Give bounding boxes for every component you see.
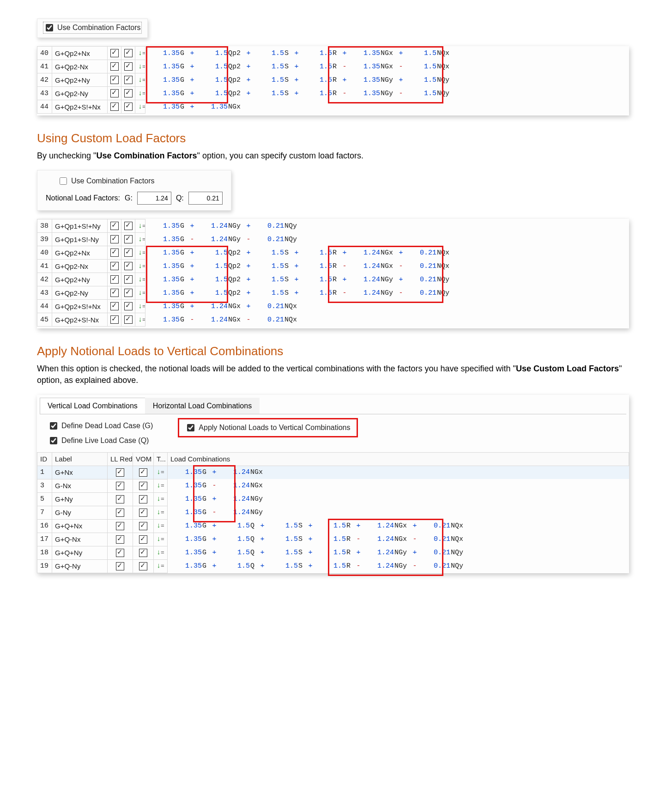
checkbox-input[interactable] [46, 24, 53, 31]
cell-checkbox[interactable] [108, 466, 133, 479]
table-row[interactable]: 39G+Qp1+S!-Ny↓=1.35G-1.24NGy-0.21NQy [37, 233, 629, 246]
cell-type-icon[interactable]: ↓= [135, 219, 145, 233]
cell-expression[interactable]: 1.35G+1.5Qp2+1.5S+1.5R-1.35NGx-1.5NQx [145, 60, 629, 73]
cell-type-icon[interactable]: ↓= [154, 546, 168, 559]
cell-expression[interactable]: 1.35G+1.5Q+1.5S+1.5R-1.24NGy-0.21NQy [168, 559, 629, 573]
cell-expression[interactable]: 1.35G+1.35NGx [145, 100, 629, 114]
cell-expression[interactable]: 1.35G+1.5Q+1.5S+1.5R+1.24NGx+0.21NQx [168, 519, 629, 533]
table-row[interactable]: 43G+Qp2-Ny↓=1.35G+1.5Qp2+1.5S+1.5R-1.24N… [37, 286, 629, 300]
cell-type-icon[interactable]: ↓= [135, 246, 145, 260]
cell-checkbox[interactable] [108, 479, 133, 492]
checkbox-input[interactable] [50, 422, 57, 430]
table-row[interactable]: 44G+Qp2+S!+Nx↓=1.35G+1.24NGx+0.21NQx [37, 300, 629, 313]
cell-checkbox[interactable] [133, 546, 154, 559]
cell-checkbox[interactable] [133, 506, 154, 519]
checkbox-define-dead[interactable]: Define Dead Load Case (G) [48, 421, 153, 431]
table-row[interactable]: 42G+Qp2+Ny↓=1.35G+1.5Qp2+1.5S+1.5R+1.24N… [37, 273, 629, 286]
cell-checkbox[interactable] [108, 313, 121, 327]
cell-type-icon[interactable]: ↓= [135, 286, 145, 300]
cell-checkbox[interactable] [108, 546, 133, 559]
hdr-lc[interactable]: Load Combinations [168, 452, 629, 466]
cell-checkbox[interactable] [121, 300, 135, 313]
checkbox-input[interactable] [60, 177, 67, 185]
cell-expression[interactable]: 1.35G+1.5Qp2+1.5S+1.5R-1.35NGy-1.5NQy [145, 87, 629, 100]
cell-checkbox[interactable] [108, 273, 121, 286]
cell-checkbox[interactable] [133, 479, 154, 492]
cell-checkbox[interactable] [108, 47, 121, 60]
cell-checkbox[interactable] [133, 533, 154, 546]
cell-expression[interactable]: 1.35G+1.24NGx+0.21NQx [145, 300, 629, 313]
table-row[interactable]: 17G+Q-Nx↓=1.35G+1.5Q+1.5S+1.5R-1.24NGx-0… [37, 533, 629, 546]
table-row[interactable]: 45G+Qp2+S!-Nx↓=1.35G-1.24NGx-0.21NQx [37, 313, 629, 327]
cell-expression[interactable]: 1.35G+1.5Q+1.5S+1.5R-1.24NGx-0.21NQx [168, 533, 629, 546]
cell-checkbox[interactable] [108, 506, 133, 519]
cell-checkbox[interactable] [121, 260, 135, 273]
cell-expression[interactable]: 1.35G-1.24NGx-0.21NQx [145, 313, 629, 327]
cell-checkbox[interactable] [108, 559, 133, 573]
cell-expression[interactable]: 1.35G+1.24NGx [168, 466, 629, 479]
g-input[interactable] [137, 192, 171, 205]
cell-expression[interactable]: 1.35G+1.5Qp2+1.5S+1.5R+1.35NGx+1.5NQx [145, 47, 629, 60]
table-row[interactable]: 3G-Nx↓=1.35G-1.24NGx [37, 479, 629, 492]
cell-checkbox[interactable] [121, 60, 135, 73]
cell-checkbox[interactable] [121, 100, 135, 114]
cell-checkbox[interactable] [133, 519, 154, 533]
hdr-t[interactable]: T... [154, 452, 168, 466]
cell-checkbox[interactable] [121, 73, 135, 87]
checkbox-input[interactable] [187, 424, 194, 431]
cell-type-icon[interactable]: ↓= [135, 260, 145, 273]
cell-checkbox[interactable] [108, 246, 121, 260]
cell-expression[interactable]: 1.35G+1.5Qp2+1.5S+1.5R-1.24NGy-0.21NQy [145, 286, 629, 300]
table-row[interactable]: 16G+Q+Nx↓=1.35G+1.5Q+1.5S+1.5R+1.24NGx+0… [37, 519, 629, 533]
cell-expression[interactable]: 1.35G-1.24NGx [168, 479, 629, 492]
cell-checkbox[interactable] [108, 533, 133, 546]
table-row[interactable]: 1G+Nx↓=1.35G+1.24NGx [37, 466, 629, 479]
tab-horizontal[interactable]: Horizontal Load Combinations [145, 398, 260, 414]
cell-checkbox[interactable] [108, 286, 121, 300]
hdr-llred[interactable]: LL Red [108, 452, 133, 466]
cell-checkbox[interactable] [121, 219, 135, 233]
checkbox-define-live[interactable]: Define Live Load Case (Q) [48, 436, 153, 446]
cell-checkbox[interactable] [108, 87, 121, 100]
table-row[interactable]: 38G+Qp1+S!+Ny↓=1.35G+1.24NGy+0.21NQy [37, 219, 629, 233]
cell-type-icon[interactable]: ↓= [135, 60, 145, 73]
checkbox-input[interactable] [50, 437, 57, 444]
hdr-label[interactable]: Label [52, 452, 108, 466]
cell-checkbox[interactable] [108, 233, 121, 246]
cell-checkbox[interactable] [121, 233, 135, 246]
table-row[interactable]: 7G-Ny↓=1.35G-1.24NGy [37, 506, 629, 519]
cell-expression[interactable]: 1.35G+1.24NGy [168, 492, 629, 506]
cell-expression[interactable]: 1.35G+1.5Qp2+1.5S+1.5R+1.24NGx+0.21NQx [145, 246, 629, 260]
cell-expression[interactable]: 1.35G-1.24NGy-0.21NQy [145, 233, 629, 246]
cell-checkbox[interactable] [121, 286, 135, 300]
checkbox-use-combination-factors-unchecked[interactable]: Use Combination Factors [58, 176, 155, 186]
cell-type-icon[interactable]: ↓= [135, 47, 145, 60]
cell-checkbox[interactable] [108, 219, 121, 233]
cell-type-icon[interactable]: ↓= [154, 506, 168, 519]
table-row[interactable]: 18G+Q+Ny↓=1.35G+1.5Q+1.5S+1.5R+1.24NGy+0… [37, 546, 629, 559]
cell-expression[interactable]: 1.35G+1.5Qp2+1.5S+1.5R-1.24NGx-0.21NQx [145, 260, 629, 273]
table-row[interactable]: 41G+Qp2-Nx↓=1.35G+1.5Qp2+1.5S+1.5R-1.35N… [37, 60, 629, 73]
cell-type-icon[interactable]: ↓= [135, 313, 145, 327]
cell-expression[interactable]: 1.35G+1.5Qp2+1.5S+1.5R+1.35NGy+1.5NQy [145, 73, 629, 87]
cell-expression[interactable]: 1.35G+1.5Q+1.5S+1.5R+1.24NGy+0.21NQy [168, 546, 629, 559]
cell-expression[interactable]: 1.35G+1.24NGy+0.21NQy [145, 219, 629, 233]
cell-checkbox[interactable] [108, 492, 133, 506]
cell-checkbox[interactable] [121, 87, 135, 100]
cell-type-icon[interactable]: ↓= [154, 479, 168, 492]
table-row[interactable]: 43G+Qp2-Ny↓=1.35G+1.5Qp2+1.5S+1.5R-1.35N… [37, 87, 629, 100]
cell-type-icon[interactable]: ↓= [154, 559, 168, 573]
hdr-id[interactable]: ID [37, 452, 52, 466]
cell-type-icon[interactable]: ↓= [135, 273, 145, 286]
cell-checkbox[interactable] [133, 559, 154, 573]
table-row[interactable]: 44G+Qp2+S!+Nx↓=1.35G+1.35NGx [37, 100, 629, 114]
cell-type-icon[interactable]: ↓= [154, 466, 168, 479]
cell-checkbox[interactable] [133, 466, 154, 479]
cell-checkbox[interactable] [108, 519, 133, 533]
cell-type-icon[interactable]: ↓= [135, 87, 145, 100]
cell-type-icon[interactable]: ↓= [154, 533, 168, 546]
cell-type-icon[interactable]: ↓= [135, 233, 145, 246]
hdr-vom[interactable]: VOM [133, 452, 154, 466]
checkbox-use-combination-factors[interactable]: Use Combination Factors [44, 23, 141, 33]
cell-checkbox[interactable] [108, 60, 121, 73]
